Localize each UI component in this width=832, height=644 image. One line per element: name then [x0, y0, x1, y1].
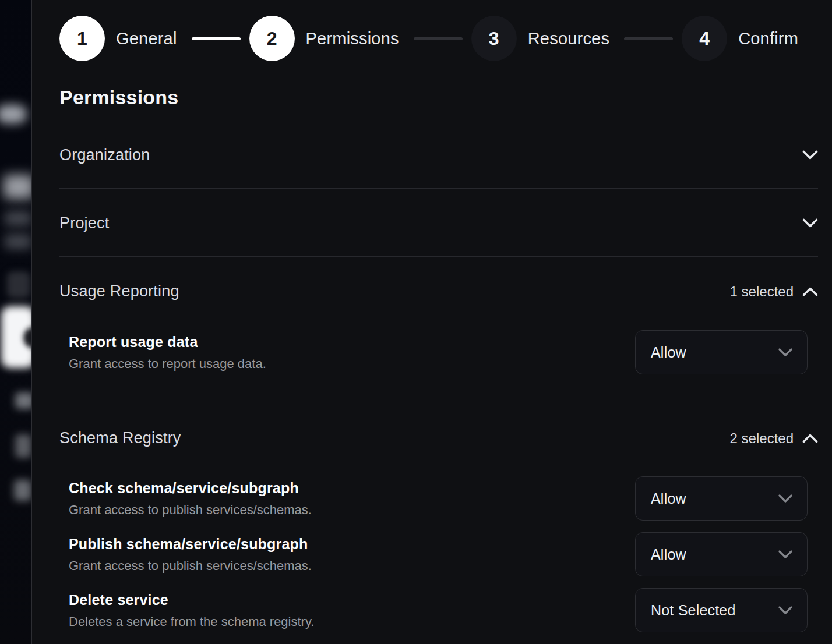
- section-usage-reporting: Usage Reporting 1 selected Report usage …: [59, 257, 818, 404]
- step-number-circle: 4: [682, 16, 727, 61]
- section-schema-registry: Schema Registry 2 selected Check schema/…: [59, 404, 818, 632]
- permission-row: Publish schema/service/subgraph Grant ac…: [69, 532, 808, 576]
- permission-description: Grant access to publish services/schemas…: [69, 503, 312, 518]
- step-number-circle: 1: [59, 16, 105, 61]
- blurred-background-item: [0, 105, 27, 123]
- permission-name: Publish schema/service/subgraph: [69, 536, 312, 553]
- dropdown-selected-value: Allow: [651, 546, 686, 563]
- permission-description: Grant access to publish services/schemas…: [69, 558, 312, 574]
- blurred-background-item: [7, 271, 30, 298]
- permission-row: Delete service Deletes a service from th…: [69, 588, 808, 632]
- section-project: Project: [59, 189, 818, 257]
- section-header-project[interactable]: Project: [59, 189, 818, 256]
- stepper-connector: [192, 37, 241, 40]
- section-title: Organization: [59, 146, 150, 164]
- wizard-stepper: 1 General 2 Permissions 3 Resources 4 Co…: [59, 16, 818, 61]
- background-sidebar: [0, 0, 32, 644]
- permission-description: Grant access to report usage data.: [69, 356, 266, 371]
- step-permissions[interactable]: 2 Permissions: [249, 16, 399, 61]
- section-title: Project: [59, 214, 109, 232]
- step-resources[interactable]: 3 Resources: [471, 16, 609, 61]
- step-number-circle: 2: [249, 16, 295, 61]
- chevron-down-icon: [778, 494, 792, 503]
- chevron-down-icon: [802, 218, 818, 228]
- section-title: Usage Reporting: [59, 282, 179, 300]
- permission-name: Report usage data: [69, 334, 266, 351]
- permission-description: Deletes a service from the schema regist…: [69, 614, 314, 629]
- section-header-schema-registry[interactable]: Schema Registry 2 selected: [59, 404, 818, 447]
- chevron-down-icon: [778, 550, 792, 559]
- step-label: Resources: [528, 29, 609, 48]
- step-label: General: [116, 29, 177, 48]
- permission-value-dropdown[interactable]: Allow: [635, 532, 808, 576]
- wizard-panel: 1 General 2 Permissions 3 Resources 4 Co…: [33, 0, 832, 644]
- selected-count-badge: 1 selected: [730, 284, 794, 300]
- section-title: Schema Registry: [59, 429, 181, 447]
- step-label: Permissions: [306, 29, 399, 48]
- chevron-down-icon: [778, 348, 792, 357]
- blurred-background-item: [15, 392, 32, 409]
- dropdown-selected-value: Not Selected: [651, 602, 736, 619]
- chevron-down-icon: [802, 150, 818, 160]
- blurred-background-item: [14, 480, 31, 501]
- permission-name: Check schema/service/subgraph: [69, 480, 312, 497]
- dropdown-selected-value: Allow: [651, 490, 686, 507]
- blurred-background-item: [5, 234, 31, 249]
- section-organization: Organization: [59, 109, 818, 189]
- section-header-organization[interactable]: Organization: [59, 109, 818, 188]
- permission-value-dropdown[interactable]: Allow: [635, 476, 808, 521]
- page-title: Permissions: [59, 86, 818, 109]
- stepper-connector: [414, 37, 463, 40]
- dropdown-selected-value: Allow: [651, 344, 686, 361]
- stepper-connector: [624, 37, 673, 40]
- blurred-background-item: [5, 211, 31, 226]
- blurred-background-item: [15, 434, 31, 458]
- chevron-up-icon: [802, 286, 818, 296]
- step-general[interactable]: 1 General: [59, 16, 177, 61]
- permission-name: Delete service: [69, 592, 314, 608]
- permission-value-dropdown[interactable]: Allow: [635, 330, 808, 374]
- section-header-usage-reporting[interactable]: Usage Reporting 1 selected: [59, 257, 818, 300]
- chevron-down-icon: [778, 606, 792, 615]
- blurred-background-item: [3, 175, 32, 199]
- step-confirm[interactable]: 4 Confirm: [682, 16, 798, 61]
- selected-count-badge: 2 selected: [730, 430, 794, 447]
- permission-value-dropdown[interactable]: Not Selected: [635, 588, 808, 632]
- permission-row: Check schema/service/subgraph Grant acce…: [69, 476, 808, 521]
- permission-row: Report usage data Grant access to report…: [69, 330, 808, 374]
- step-number-circle: 3: [471, 16, 517, 61]
- step-label: Confirm: [738, 29, 798, 48]
- chevron-up-icon: [802, 433, 818, 443]
